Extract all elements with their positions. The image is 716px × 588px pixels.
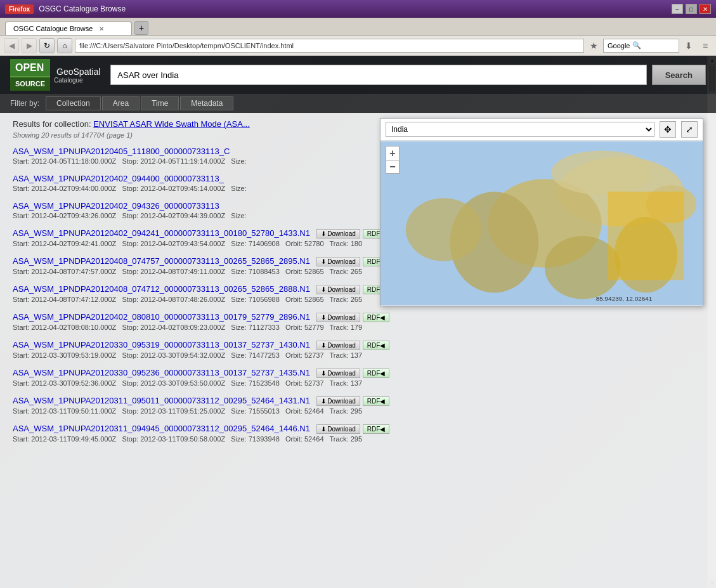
close-button[interactable]: ✕ xyxy=(700,4,711,14)
start-label-r7: Start: xyxy=(13,323,29,331)
download-button-r11[interactable]: ⬇ Download xyxy=(316,424,360,434)
result-link-r7[interactable]: ASA_WSM_1PNDPA20120402_080810_0000007331… xyxy=(13,312,313,322)
minimize-button[interactable]: − xyxy=(672,4,683,14)
start-value-r11: 2012-03-11T09:49:45.000Z xyxy=(31,435,116,443)
download-button-r7[interactable]: ⬇ Download xyxy=(316,313,360,322)
download-button-r4[interactable]: ⬇ Download xyxy=(316,229,360,238)
tab-close-button[interactable]: ✕ xyxy=(99,25,104,32)
orbit-label-r5: Orbit: xyxy=(285,268,303,275)
start-label-r9: Start: xyxy=(13,379,29,387)
browser-window: Firefox OSGC Catalogue Browse − □ ✕ OSGC… xyxy=(0,0,716,588)
stop-label-r5: Stop: xyxy=(122,268,138,275)
result-actions-r7: ⬇ Download RDF◀ xyxy=(316,313,390,322)
track-value-r6: 265 xyxy=(351,296,362,303)
svg-rect-9 xyxy=(608,192,684,280)
start-value-r8: 2012-03-30T09:53:19.000Z xyxy=(31,351,116,359)
browser-search-box[interactable]: Google 🔍 xyxy=(603,39,679,53)
result-link-r1[interactable]: ASA_WSM_1PNUPA20120405_111800_0000007331… xyxy=(13,147,230,156)
stop-label-r10: Stop: xyxy=(122,407,138,415)
download-button-r9[interactable]: ⬇ Download xyxy=(316,369,360,378)
tab-label: OSGC Catalogue Browse xyxy=(13,25,93,32)
download-icon[interactable]: ⬇ xyxy=(682,39,696,53)
start-value-r2: 2012-04-02T09:44:00.000Z xyxy=(31,185,116,192)
rdf-button-r10[interactable]: RDF◀ xyxy=(363,396,390,406)
result-link-r5[interactable]: ASA_WSM_1PNDPA20120408_074757_0000007331… xyxy=(13,256,313,266)
home-button[interactable]: ⌂ xyxy=(57,38,72,53)
collection-link[interactable]: ENVISAT ASAR Wide Swath Mode (ASA... xyxy=(93,119,250,129)
rdf-button-r7[interactable]: RDF◀ xyxy=(363,313,390,322)
maximize-button[interactable]: □ xyxy=(686,4,697,14)
start-label-r2: Start: xyxy=(13,185,29,192)
size-label-r4: Size: xyxy=(231,240,246,247)
result-link-r2[interactable]: ASA_WSM_1PNUPA20120402_094400_0000007331… xyxy=(13,174,224,183)
map-move-icon[interactable]: ✥ xyxy=(660,121,676,138)
result-meta-r10: Start: 2012-03-11T09:50:11.000Z Stop: 20… xyxy=(13,407,703,415)
main-search-input[interactable] xyxy=(110,65,646,85)
map-zoom-in-button[interactable]: + xyxy=(386,146,400,160)
rdf-button-r8[interactable]: RDF◀ xyxy=(363,341,390,350)
stop-value-r10: 2012-03-11T09:51:25.000Z xyxy=(140,407,225,415)
window-title: OSGC Catalogue Browse xyxy=(39,4,672,13)
site-header: OPEN SOURCE GeoSpatial Catalogue Search xyxy=(0,56,716,94)
map-location-select[interactable]: India xyxy=(386,122,654,137)
filter-tab-metadata[interactable]: Metadata xyxy=(180,96,233,110)
active-tab[interactable]: OSGC Catalogue Browse ✕ xyxy=(5,22,132,35)
menu-icon[interactable]: ≡ xyxy=(698,39,712,53)
map-fullscreen-icon[interactable]: ⤢ xyxy=(681,121,698,138)
new-tab-button[interactable]: + xyxy=(134,21,148,35)
track-label-r8: Track: xyxy=(330,351,349,359)
start-value-r7: 2012-04-02T08:08:10.000Z xyxy=(31,323,116,331)
filter-tab-area[interactable]: Area xyxy=(102,96,140,110)
rdf-button-r9[interactable]: RDF◀ xyxy=(363,369,390,378)
stop-value-r6: 2012-04-08T07:48:26.000Z xyxy=(140,296,225,303)
size-value-r10: 71555013 xyxy=(249,407,280,415)
result-link-r3[interactable]: ASA_WSM_1PNUPA20120402_094326_0000007331… xyxy=(13,201,219,211)
start-value-r1: 2012-04-05T11:18:00.000Z xyxy=(31,157,116,165)
stop-value-r8: 2012-03-30T09:54:32.000Z xyxy=(140,351,225,359)
orbit-value-r4: 52780 xyxy=(304,240,324,247)
bookmark-icon[interactable]: ★ xyxy=(587,39,601,53)
window-controls: − □ ✕ xyxy=(672,4,711,14)
size-value-r11: 71393948 xyxy=(249,435,280,443)
rdf-button-r11[interactable]: RDF◀ xyxy=(363,424,390,434)
stop-value-r3: 2012-04-02T09:44:39.000Z xyxy=(140,212,225,219)
orbit-label-r9: Orbit: xyxy=(285,379,303,387)
start-value-r4: 2012-04-02T09:42:41.000Z xyxy=(31,240,116,247)
download-button-r8[interactable]: ⬇ Download xyxy=(316,341,360,350)
result-link-r9[interactable]: ASA_WSM_1PNUPA20120330_095236_0000007331… xyxy=(13,368,313,377)
download-button-r10[interactable]: ⬇ Download xyxy=(316,396,360,406)
result-link-r4[interactable]: ASA_WSM_1PNUPA20120402_094241_0000007331… xyxy=(13,228,313,238)
filter-tab-time[interactable]: Time xyxy=(141,96,179,110)
size-label-r3: Size: xyxy=(231,212,246,219)
filter-tab-collection[interactable]: Collection xyxy=(46,96,101,110)
main-search-button[interactable]: Search xyxy=(652,65,706,85)
orbit-value-r9: 52737 xyxy=(304,379,324,387)
stop-value-r4: 2012-04-02T09:43:54.000Z xyxy=(140,240,225,247)
result-meta-r8: Start: 2012-03-30T09:53:19.000Z Stop: 20… xyxy=(13,351,703,359)
page-inner: OPEN SOURCE GeoSpatial Catalogue Search … xyxy=(0,56,716,588)
back-button[interactable]: ◀ xyxy=(4,38,19,53)
result-actions-r4: ⬇ Download RDF◀ xyxy=(316,229,390,238)
track-value-r9: 137 xyxy=(351,379,362,387)
tab-bar: OSGC Catalogue Browse ✕ + xyxy=(0,18,716,36)
download-button-r5[interactable]: ⬇ Download xyxy=(316,257,360,266)
result-link-r10[interactable]: ASA_WSM_1PNUPA20120311_095011_0000007331… xyxy=(13,396,313,405)
orbit-label-r6: Orbit: xyxy=(285,296,303,303)
forward-button[interactable]: ▶ xyxy=(22,38,37,53)
stop-value-r5: 2012-04-08T07:49:11.000Z xyxy=(140,268,225,275)
orbit-value-r10: 52464 xyxy=(304,407,324,415)
address-bar[interactable]: file:///C:/Users/Salvatore Pinto/Desktop… xyxy=(75,39,584,53)
reload-button[interactable]: ↻ xyxy=(39,38,55,53)
size-value-r7: 71127333 xyxy=(249,323,280,331)
map-zoom-out-button[interactable]: − xyxy=(386,160,400,174)
result-link-r6[interactable]: ASA_WSM_1PNDPA20120408_074712_0000007331… xyxy=(13,284,313,294)
size-label-r2: Size: xyxy=(231,185,246,192)
stop-label-r9: Stop: xyxy=(122,379,138,387)
result-link-r11[interactable]: ASA_WSM_1PNUPA20120311_094945_0000007331… xyxy=(13,424,313,433)
svg-point-8 xyxy=(551,150,652,195)
result-link-r8[interactable]: ASA_WSM_1PNUPA20120330_095319_0000007331… xyxy=(13,340,313,350)
download-button-r6[interactable]: ⬇ Download xyxy=(316,285,360,294)
start-label-r8: Start: xyxy=(13,351,29,359)
size-value-r4: 71406908 xyxy=(249,240,280,247)
size-label: Size: xyxy=(231,157,246,165)
